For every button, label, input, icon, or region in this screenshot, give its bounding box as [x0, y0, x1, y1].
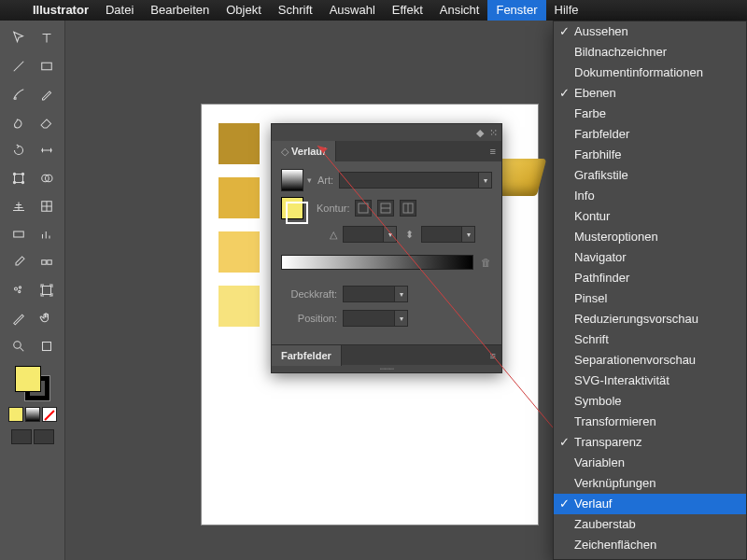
opacity-field[interactable]: ▾: [343, 286, 408, 302]
panel-menu-icon-2[interactable]: ≡: [485, 350, 501, 361]
free-transform-tool[interactable]: [7, 166, 31, 190]
artboard-tool[interactable]: [35, 278, 59, 302]
menu-item-farbe[interactable]: Farbe: [554, 104, 746, 124]
menu-app[interactable]: Illustrator: [24, 0, 97, 21]
stroke-gradient-within[interactable]: [355, 200, 372, 217]
collapse-right-icon[interactable]: ⁙: [489, 127, 498, 139]
swatch-3[interactable]: [218, 231, 260, 273]
blob-brush-tool[interactable]: [7, 110, 31, 134]
menu-item-transparenz[interactable]: Transparenz: [554, 432, 746, 453]
eyedropper-tool[interactable]: [7, 250, 31, 274]
shape-builder-tool[interactable]: [35, 166, 59, 190]
gradient-slider[interactable]: [281, 255, 473, 270]
blend-tool[interactable]: [35, 250, 59, 274]
menu-item-grafikstile[interactable]: Grafikstile: [554, 165, 746, 186]
menu-effekt[interactable]: Effekt: [384, 0, 431, 21]
svg-rect-0: [41, 63, 51, 70]
menu-item-dokumentinformationen[interactable]: Dokumentinformationen: [554, 63, 746, 83]
menu-datei[interactable]: Datei: [97, 0, 142, 21]
menu-item-musteroptionen[interactable]: Musteroptionen: [554, 227, 746, 247]
menu-item-ebenen[interactable]: Ebenen: [554, 83, 746, 104]
delete-stop-icon[interactable]: 🗑: [479, 255, 492, 270]
panel-tabs: ◇ Verlauf ≡: [272, 141, 501, 161]
width-tool[interactable]: [35, 138, 59, 162]
position-field[interactable]: ▾: [343, 310, 408, 327]
screen-mode-normal-icon[interactable]: [11, 429, 32, 444]
selection-tool[interactable]: [7, 26, 31, 50]
menu-item-bildnachzeichner[interactable]: Bildnachzeichner: [554, 42, 746, 63]
column-graph-tool[interactable]: [35, 222, 59, 246]
gradient-tool[interactable]: [7, 222, 31, 246]
menu-item-svg-interaktivit-t[interactable]: SVG-Interaktivität: [554, 371, 746, 391]
none-color-icon[interactable]: [42, 407, 57, 422]
hand-tool[interactable]: [35, 306, 59, 330]
swatch-1[interactable]: [218, 123, 260, 164]
solid-color-icon[interactable]: [8, 407, 23, 422]
pencil-tool[interactable]: [35, 82, 59, 106]
collapse-left-icon[interactable]: ◆: [476, 127, 484, 139]
toolbox: [0, 21, 65, 560]
menu-item-navigator[interactable]: Navigator: [554, 247, 746, 268]
label-position: Position:: [281, 313, 337, 324]
menu-item-zeichenfl-chen[interactable]: Zeichenflächen: [554, 535, 746, 555]
type-tool[interactable]: [35, 26, 59, 50]
menu-ansicht[interactable]: Ansicht: [431, 0, 488, 21]
fill-stroke-mini[interactable]: [281, 197, 303, 219]
angle-field[interactable]: ▾: [343, 226, 397, 243]
menu-auswahl[interactable]: Auswahl: [321, 0, 384, 21]
menu-item-pinsel[interactable]: Pinsel: [554, 288, 746, 309]
chevron-down-icon[interactable]: ▾: [307, 175, 312, 185]
menu-item-pathfinder[interactable]: Pathfinder: [554, 268, 746, 288]
menu-item-verlauf[interactable]: Verlauf: [554, 494, 746, 514]
paintbrush-tool[interactable]: [7, 82, 31, 106]
aspect-field[interactable]: ▾: [421, 226, 475, 243]
svg-point-16: [13, 342, 21, 349]
tab-verlauf[interactable]: ◇ Verlauf: [272, 141, 336, 161]
tab-farbfelder[interactable]: Farbfelder: [272, 345, 342, 366]
menu-item-farbhilfe[interactable]: Farbhilfe: [554, 145, 746, 165]
print-tiling-tool[interactable]: [35, 334, 59, 358]
menu-item-transformieren[interactable]: Transformieren: [554, 412, 746, 432]
swatch-2[interactable]: [218, 177, 260, 218]
fill-stroke-swatch[interactable]: [15, 366, 50, 401]
screen-mode-full-icon[interactable]: [34, 429, 54, 444]
menu-item-farbfelder[interactable]: Farbfelder: [554, 124, 746, 145]
menu-objekt[interactable]: Objekt: [218, 0, 270, 21]
gradient-preview-swatch[interactable]: [281, 169, 303, 191]
label-kontur: Kontur:: [317, 203, 349, 214]
gradient-color-icon[interactable]: [25, 407, 40, 422]
menu-fenster[interactable]: Fenster: [487, 0, 545, 21]
menu-item-info[interactable]: Info: [554, 186, 746, 206]
slice-tool[interactable]: [7, 306, 31, 330]
rotate-tool[interactable]: [7, 138, 31, 162]
menu-item-variablen[interactable]: Variablen: [554, 453, 746, 473]
menu-schrift[interactable]: Schrift: [270, 0, 321, 21]
panel-header[interactable]: ◆ ⁙: [272, 124, 501, 141]
line-tool[interactable]: [7, 54, 31, 78]
perspective-grid-tool[interactable]: [7, 194, 31, 218]
gradient-panel: ◆ ⁙ ◇ Verlauf ≡ ▾ Art: ▾ Kontur: △ ▾ ⬍: [271, 123, 502, 373]
mesh-tool[interactable]: [35, 194, 59, 218]
angle-icon: △: [281, 229, 337, 241]
menu-hilfe[interactable]: Hilfe: [546, 0, 587, 21]
svg-rect-9: [13, 231, 23, 237]
zoom-tool[interactable]: [7, 334, 31, 358]
menu-item-reduzierungsvorschau[interactable]: Reduzierungsvorschau: [554, 309, 746, 329]
stroke-gradient-along[interactable]: [377, 200, 394, 217]
menu-item-aussehen[interactable]: Aussehen: [554, 21, 746, 42]
menu-item-kontur[interactable]: Kontur: [554, 206, 746, 227]
menu-item-zauberstab[interactable]: Zauberstab: [554, 514, 746, 535]
panel-menu-icon[interactable]: ≡: [485, 146, 501, 157]
menu-item-verkn-pfungen[interactable]: Verknüpfungen: [554, 473, 746, 494]
rectangle-tool[interactable]: [35, 54, 59, 78]
eraser-tool[interactable]: [35, 110, 59, 134]
swatch-4[interactable]: [218, 286, 260, 327]
fill-color-icon[interactable]: [15, 366, 41, 392]
menu-bearbeiten[interactable]: Bearbeiten: [142, 0, 218, 21]
menu-item-schrift[interactable]: Schrift: [554, 329, 746, 350]
stroke-gradient-across[interactable]: [400, 200, 416, 217]
gradient-type-select[interactable]: ▾: [339, 172, 492, 189]
symbol-sprayer-tool[interactable]: [7, 278, 31, 302]
menu-item-symbole[interactable]: Symbole: [554, 391, 746, 412]
menu-item-separationenvorschau[interactable]: Separationenvorschau: [554, 350, 746, 371]
